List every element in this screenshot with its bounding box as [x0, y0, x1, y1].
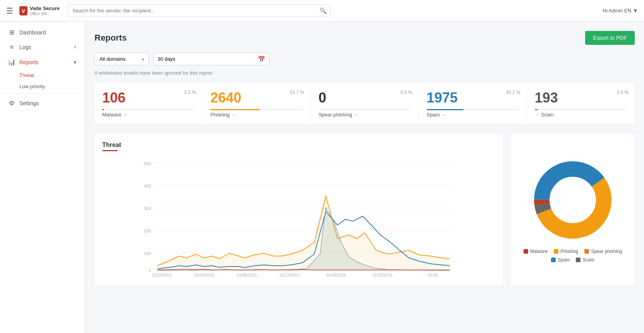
legend-spear-label: Spear phishing	[591, 249, 622, 254]
charts-area: Threat 500 400 300 200 100 0	[94, 134, 635, 286]
sidebar-label-reports: Reports	[19, 59, 38, 65]
search-input[interactable]	[67, 4, 331, 17]
date-filter: 📅	[153, 53, 270, 65]
settings-icon: ⚙	[8, 99, 15, 107]
svg-text:300: 300	[144, 206, 151, 211]
logs-arrow-icon: ▼	[73, 45, 77, 50]
logo: V Vade Secure Office 365	[19, 5, 60, 16]
legend-malware-dot	[524, 249, 528, 254]
stat-spear: 0.0 % 0 Spear phishing →	[311, 83, 419, 125]
phishing-bar-fill	[210, 109, 260, 110]
svg-text:01/18/2019...: 01/18/2019...	[326, 273, 349, 277]
scam-label[interactable]: → Scam	[535, 112, 627, 118]
svg-text:01/08/2019...: 01/08/2019...	[237, 273, 259, 277]
legend-phishing: Phishing	[554, 249, 578, 254]
spam-arrow-icon: →	[441, 112, 446, 118]
svg-text:01/23/2019...: 01/23/2019...	[373, 273, 395, 277]
phishing-pct: 53.7 %	[290, 90, 304, 95]
donut-legend: Malware Phishing Spear phishing Spa	[519, 249, 627, 263]
legend-phishing-label: Phishing	[560, 249, 578, 254]
logo-text-block: Vade Secure Office 365	[30, 5, 60, 16]
content-area: Reports Export to PDF All domains 📅 0 wh…	[85, 22, 644, 333]
app-layout: ☰ V Vade Secure Office 365 🔍 Hi Admin EN…	[0, 0, 644, 333]
export-pdf-button[interactable]: Export to PDF	[585, 31, 635, 45]
stat-scam: 3.9 % 193 → Scam	[527, 83, 635, 125]
scam-value: 193	[535, 90, 627, 106]
sidebar-sub-item-low-priority[interactable]: Low priority	[19, 81, 85, 92]
scam-arrow-left-icon: →	[535, 112, 539, 118]
scam-pct: 3.9 %	[617, 90, 629, 95]
line-chart-svg-wrapper: 500 400 300 200 100 0	[102, 157, 495, 278]
user-label: Hi Admin EN	[603, 8, 631, 14]
svg-text:01/13/2019...: 01/13/2019...	[280, 273, 302, 277]
page-title: Reports	[94, 33, 127, 43]
malware-bar-fill	[102, 109, 104, 110]
line-chart-card: Threat 500 400 300 200 100 0	[94, 134, 503, 286]
spam-bar	[427, 109, 519, 110]
sidebar-label-logs: Logs	[19, 44, 31, 50]
legend-spam: Spam	[551, 257, 570, 263]
search-bar: 🔍	[67, 4, 331, 17]
malware-bar	[102, 109, 194, 110]
malware-label[interactable]: Malware →	[102, 112, 194, 118]
calendar-icon[interactable]: 📅	[258, 56, 265, 63]
malware-arrow-icon: →	[123, 112, 127, 118]
stats-row: 2.2 % 106 Malware → 53.7 % 2640 Phishing…	[94, 83, 635, 125]
legend-spam-label: Spam	[558, 257, 570, 263]
chart-title-underline	[102, 150, 118, 151]
domain-select[interactable]: All domains	[94, 53, 149, 65]
sidebar-divider	[0, 94, 85, 94]
phishing-value: 2640	[210, 90, 302, 106]
sidebar-item-dashboard[interactable]: ⊞ Dashboard	[0, 25, 85, 40]
scam-bar	[535, 109, 627, 110]
date-input[interactable]	[158, 53, 255, 65]
user-info[interactable]: Hi Admin EN ▼	[603, 8, 638, 14]
sidebar-item-settings[interactable]: ⚙ Settings	[0, 96, 85, 111]
spam-pct: 40.2 %	[506, 90, 520, 95]
filters-row: All domains 📅	[94, 53, 635, 65]
logo-name: Vade Secure	[30, 5, 60, 12]
hamburger-menu[interactable]: ☰	[6, 6, 13, 15]
malware-value: 106	[102, 90, 194, 106]
spear-arrow-icon: →	[354, 112, 358, 118]
spam-label[interactable]: Spam →	[427, 112, 519, 118]
spam-bar-fill	[427, 109, 464, 110]
reports-icon: 📊	[8, 58, 15, 66]
phishing-arrow-icon: →	[231, 112, 236, 118]
reports-arrow-icon: ▼	[73, 60, 77, 65]
spear-bar	[318, 109, 410, 110]
svg-text:01/28...: 01/28...	[428, 273, 441, 277]
legend-spear: Spear phishing	[584, 249, 622, 254]
logo-sub: Office 365	[30, 12, 60, 16]
legend-malware: Malware	[524, 249, 548, 254]
svg-text:400: 400	[144, 184, 151, 188]
svg-text:01/03/2019...: 01/03/2019...	[194, 273, 217, 277]
legend-phishing-dot	[554, 249, 558, 254]
legend-spear-dot	[584, 249, 589, 254]
stat-malware: 2.2 % 106 Malware →	[94, 83, 203, 125]
legend-spam-dot	[551, 258, 556, 262]
sidebar-item-reports[interactable]: 📊 Reports ▼	[0, 55, 85, 70]
whitelist-note: 0 whitelisted emails have been ignored f…	[94, 70, 635, 76]
spear-label[interactable]: Spear phishing →	[318, 112, 410, 118]
sidebar-item-logs[interactable]: ≡ Logs ▼	[0, 40, 85, 55]
legend-scam-dot	[576, 258, 580, 262]
spear-value: 0	[318, 90, 410, 106]
svg-text:100: 100	[144, 251, 151, 256]
svg-text:12/29/2018...: 12/29/2018...	[152, 273, 174, 277]
line-chart-svg: 500 400 300 200 100 0	[102, 157, 495, 277]
legend-malware-label: Malware	[530, 249, 548, 254]
spam-value: 1975	[427, 90, 519, 106]
top-bar: ☰ V Vade Secure Office 365 🔍 Hi Admin EN…	[0, 0, 644, 22]
stat-phishing: 53.7 % 2640 Phishing →	[203, 83, 311, 125]
chart-title: Threat	[102, 142, 495, 149]
donut-chart-svg	[530, 157, 615, 242]
legend-scam-label: Scam	[582, 257, 594, 263]
sidebar-label-dashboard: Dashboard	[19, 29, 46, 36]
scam-bar-fill	[535, 109, 538, 110]
svg-point-26	[550, 178, 595, 222]
sidebar-sub-item-threat[interactable]: Threat	[19, 70, 85, 81]
phishing-label[interactable]: Phishing →	[210, 112, 302, 118]
donut-card: Malware Phishing Spear phishing Spa	[511, 134, 635, 286]
legend-scam: Scam	[576, 257, 594, 263]
